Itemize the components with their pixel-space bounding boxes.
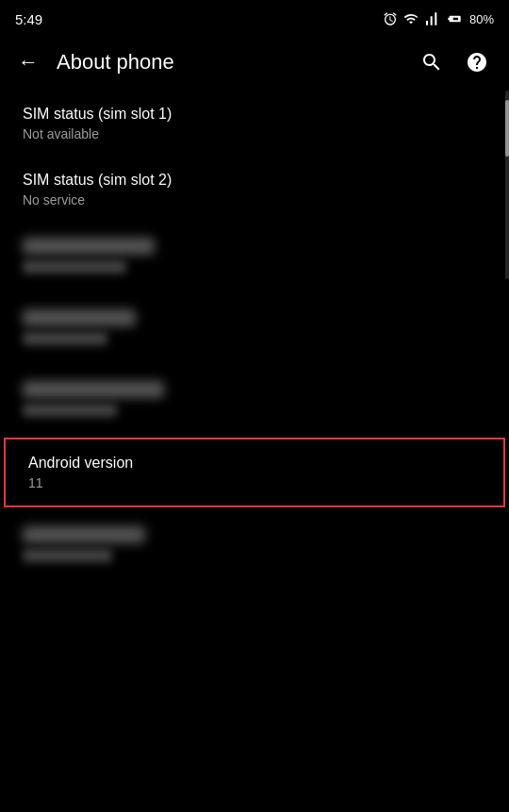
scrollbar[interactable]: [505, 91, 509, 279]
blurred-item-3: [0, 366, 509, 438]
back-button[interactable]: ←: [8, 41, 49, 83]
android-version-item[interactable]: Android version 11: [4, 438, 505, 507]
blurred-subtitle-3: [23, 404, 117, 417]
alarm-icon: [383, 11, 398, 26]
blurred-item-4: [0, 511, 509, 583]
back-arrow-icon: ←: [18, 50, 39, 75]
blurred-title-3: [23, 381, 164, 398]
sim-slot-1-subtitle: Not available: [23, 126, 486, 141]
sim-slot-1-title: SIM status (sim slot 1): [23, 106, 486, 123]
sim-slot-2-title: SIM status (sim slot 2): [23, 172, 486, 189]
page-title: About phone: [49, 50, 411, 75]
search-icon: [420, 51, 443, 74]
help-button[interactable]: [456, 41, 498, 83]
blurred-subtitle-1: [23, 260, 126, 273]
status-time: 5:49: [15, 11, 42, 27]
signal-icon: [424, 11, 439, 26]
wifi-icon: [403, 11, 419, 26]
status-bar: 5:49 80%: [0, 0, 509, 34]
android-version-value: 11: [28, 475, 481, 490]
battery-icon: [445, 11, 464, 26]
top-bar: ← About phone: [0, 34, 509, 91]
status-icons: 80%: [383, 11, 494, 26]
blurred-title-2: [23, 309, 136, 326]
help-icon: [466, 51, 488, 74]
sim-slot-2-item[interactable]: SIM status (sim slot 2) No service: [0, 157, 509, 223]
blurred-title-4: [23, 526, 145, 543]
blurred-subtitle-2: [23, 332, 107, 345]
blurred-item-2: [0, 294, 509, 366]
search-button[interactable]: [411, 41, 452, 83]
battery-level: 80%: [469, 12, 494, 26]
scrollbar-thumb: [505, 100, 509, 157]
blurred-subtitle-4: [23, 549, 112, 562]
top-actions: [411, 41, 498, 83]
sim-slot-1-item[interactable]: SIM status (sim slot 1) Not available: [0, 91, 509, 157]
android-version-title: Android version: [28, 455, 481, 472]
blurred-item-1: [0, 223, 509, 294]
blurred-title-1: [23, 238, 155, 255]
sim-slot-2-subtitle: No service: [23, 192, 486, 207]
settings-list: SIM status (sim slot 1) Not available SI…: [0, 91, 509, 583]
